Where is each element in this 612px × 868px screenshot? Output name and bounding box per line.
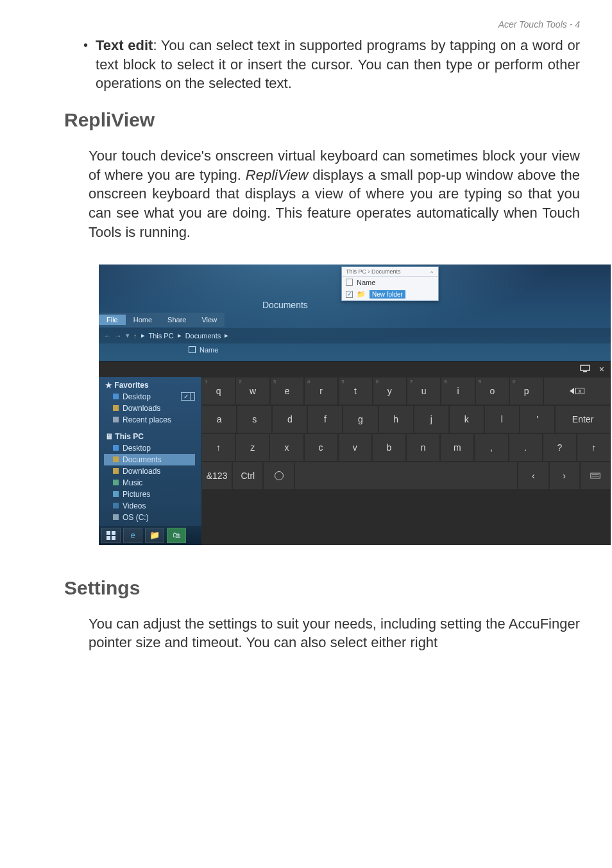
key-c[interactable]: c — [304, 433, 338, 462]
key-m[interactable]: m — [440, 433, 474, 462]
onscreen-keyboard[interactable]: 1q 2w 3e 4r 5t 6y 7u 8i 9o 0p x a s — [201, 377, 611, 545]
popup-breadcrumb: This PC › Documents — [342, 267, 438, 277]
key-left[interactable]: ‹ — [518, 462, 548, 490]
ribbon-tabs: File Home Share View — [99, 313, 225, 327]
key-w[interactable]: 2w — [235, 377, 269, 405]
key-y[interactable]: 6y — [373, 377, 407, 405]
popup-checkbox-checked[interactable]: ✓ — [346, 291, 353, 298]
sidebar-item-documents[interactable]: Documents — [104, 454, 195, 465]
key-j[interactable]: j — [414, 405, 449, 433]
taskbar-store-icon[interactable]: 🛍 — [167, 528, 186, 543]
svg-rect-5 — [112, 536, 115, 540]
sidebar-item-recent[interactable]: Recent places — [105, 414, 195, 426]
breadcrumb-thispc[interactable]: This PC — [149, 332, 174, 340]
bullet-item: • Text edit: You can select text in supp… — [64, 36, 580, 93]
key-layout[interactable] — [580, 462, 611, 490]
svg-rect-0 — [581, 365, 590, 370]
tab-view[interactable]: View — [194, 315, 225, 325]
key-s[interactable]: s — [237, 405, 272, 433]
window-title: Documents — [262, 300, 308, 310]
sidebar-favorites-label[interactable]: ★ Favorites — [105, 381, 195, 390]
key-comma[interactable]: , — [474, 433, 508, 462]
page-header: Acer Touch Tools - 4 — [0, 0, 612, 36]
key-emoji[interactable] — [263, 462, 294, 490]
repliview-popup: This PC › Documents ^ Name ✓ 📁 New folde… — [341, 266, 439, 301]
key-v[interactable]: v — [338, 433, 372, 462]
key-apostrophe[interactable]: ' — [520, 405, 555, 433]
sidebar-thispc-label[interactable]: 🖥 This PC — [105, 432, 195, 441]
taskbar: e 📁 🛍 — [99, 526, 201, 545]
repliview-screenshot: Documents File Home Share View ← → ▾ ↑ ▸… — [99, 265, 611, 545]
sidebar-item-videos[interactable]: Videos — [105, 500, 195, 512]
smiley-icon — [275, 471, 284, 480]
key-t[interactable]: 5t — [338, 377, 372, 405]
key-ctrl[interactable]: Ctrl — [232, 462, 263, 490]
taskbar-explorer-icon[interactable]: 📁 — [145, 528, 164, 543]
osk-dock-icon[interactable] — [580, 364, 590, 374]
key-x[interactable]: x — [269, 433, 303, 462]
repliview-body: Your touch device's onscreen virtual key… — [89, 146, 580, 241]
key-l[interactable]: l — [484, 405, 520, 433]
tab-share[interactable]: Share — [160, 315, 194, 325]
sort-caret-icon: ^ — [430, 270, 433, 275]
osk-close-icon[interactable]: × — [599, 364, 604, 374]
svg-rect-2 — [106, 531, 110, 535]
sidebar-item-music[interactable]: Music — [105, 477, 195, 489]
breadcrumb[interactable]: ← → ▾ ↑ ▸ This PC ▸ Documents ▸ — [99, 328, 611, 343]
key-question[interactable]: ? — [543, 433, 577, 462]
key-g[interactable]: g — [343, 405, 378, 433]
key-period[interactable]: . — [509, 433, 543, 462]
explorer-sidebar: ★ Favorites Desktop ✓│ Downloads Recent … — [99, 377, 201, 545]
key-u[interactable]: 7u — [407, 377, 441, 405]
key-f[interactable]: f — [307, 405, 343, 433]
nav-back-icon[interactable]: ← — [104, 332, 111, 340]
bullet-marker: • — [83, 38, 88, 53]
key-b[interactable]: b — [372, 433, 406, 462]
tab-home[interactable]: Home — [126, 315, 160, 325]
sidebar-item-desktop[interactable]: Desktop ✓│ — [105, 391, 195, 403]
key-space[interactable] — [294, 462, 518, 490]
popup-name-header: Name — [357, 279, 375, 286]
start-button[interactable] — [101, 528, 121, 543]
tab-file[interactable]: File — [99, 315, 126, 325]
keyboard-layout-icon — [590, 472, 600, 480]
sidebar-item-pictures[interactable]: Pictures — [105, 489, 195, 500]
popup-new-folder[interactable]: New folder — [370, 290, 405, 299]
explorer-window: Documents File Home Share View ← → ▾ ↑ ▸… — [99, 265, 611, 361]
column-header-name[interactable]: Name — [189, 346, 218, 354]
key-right[interactable]: › — [549, 462, 580, 490]
key-r[interactable]: 4r — [304, 377, 338, 405]
key-e[interactable]: 3e — [270, 377, 304, 405]
key-k[interactable]: k — [449, 405, 484, 433]
key-p[interactable]: 0p — [509, 377, 543, 405]
settings-heading: Settings — [64, 577, 580, 599]
nav-forward-icon[interactable]: → — [115, 332, 122, 340]
repliview-heading: RepliView — [64, 109, 580, 131]
bullet-text: Text edit: You can select text in suppor… — [96, 36, 580, 93]
key-i[interactable]: 8i — [441, 377, 475, 405]
key-o[interactable]: 9o — [475, 377, 509, 405]
breadcrumb-documents[interactable]: Documents — [185, 332, 221, 340]
osk-titlebar: × — [99, 361, 611, 377]
key-q[interactable]: 1q — [201, 377, 235, 405]
key-h[interactable]: h — [378, 405, 414, 433]
key-shift-left[interactable]: ↑ — [201, 433, 235, 462]
key-numpad[interactable]: &123 — [201, 462, 232, 490]
sidebar-item-downloads[interactable]: Downloads — [105, 403, 195, 414]
nav-up-icon[interactable]: ↑ — [133, 332, 137, 340]
popup-checkbox — [346, 279, 353, 286]
svg-rect-3 — [112, 531, 115, 535]
key-z[interactable]: z — [235, 433, 269, 462]
sidebar-item-desktop2[interactable]: Desktop — [105, 442, 195, 454]
key-enter[interactable]: Enter — [555, 405, 611, 433]
sidebar-item-downloads2[interactable]: Downloads — [105, 465, 195, 477]
key-n[interactable]: n — [406, 433, 440, 462]
taskbar-ie-icon[interactable]: e — [123, 528, 142, 543]
svg-rect-6 — [591, 473, 600, 478]
key-a[interactable]: a — [201, 405, 237, 433]
svg-rect-1 — [583, 371, 587, 372]
key-d[interactable]: d — [272, 405, 307, 433]
key-shift-right[interactable]: ↑ — [577, 433, 611, 462]
sidebar-item-osdrive[interactable]: OS (C:) — [105, 512, 195, 523]
key-backspace[interactable]: x — [543, 377, 611, 405]
